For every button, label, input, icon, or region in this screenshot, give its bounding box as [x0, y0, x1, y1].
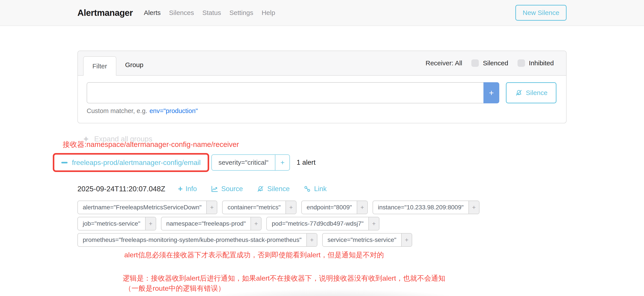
- new-silence-button[interactable]: New Silence: [515, 5, 566, 21]
- app-brand[interactable]: Alertmanager: [78, 8, 133, 18]
- nav-item-alerts[interactable]: Alerts: [144, 9, 161, 16]
- group-matcher-chip: severity="critical" +: [211, 154, 290, 171]
- receiver-group-button[interactable]: freeleaps-prod/alertmanager-config/email: [61, 158, 200, 167]
- label-tag[interactable]: prometheus="freeleaps-monitoring-system/…: [78, 233, 318, 247]
- annotation-logic-line2: （一般是route中的逻辑有错误）: [123, 283, 566, 293]
- silenced-filter[interactable]: Silenced: [471, 60, 508, 67]
- filter-panel-body: + Silence Custom matcher, e.g.env="produ…: [78, 76, 566, 123]
- matcher-input-group: +: [87, 82, 499, 103]
- label-add-button[interactable]: +: [368, 217, 379, 230]
- inhibited-label: Inhibited: [529, 60, 554, 67]
- annotation-logic-note: 逻辑是：接收器收到alert后进行通知，如果alert不在接收器下，说明接收器没…: [123, 273, 566, 293]
- add-matcher-button[interactable]: +: [484, 82, 499, 103]
- tab-filter[interactable]: Filter: [83, 56, 116, 76]
- nav-item-help[interactable]: Help: [262, 9, 275, 16]
- label-add-button[interactable]: +: [401, 234, 412, 246]
- silence-label: Silence: [267, 185, 290, 193]
- label-tag[interactable]: endpoint="8009"+: [301, 200, 368, 214]
- label-tag[interactable]: job="metrics-service"+: [78, 217, 156, 230]
- alert-count: 1 alert: [296, 158, 316, 166]
- source-label: Source: [221, 185, 243, 193]
- alert-timestamp: 2025-09-24T11:20:07.048Z: [78, 185, 165, 193]
- alert-link-link[interactable]: Link: [303, 185, 326, 193]
- label-add-button[interactable]: +: [206, 201, 217, 214]
- receiver-filter[interactable]: Receiver: All: [426, 60, 462, 67]
- alert-labels: alertname="FreeleapsMetricsServiceDown"+…: [78, 200, 566, 247]
- navbar: Alertmanager Alerts Silences Status Sett…: [0, 0, 644, 26]
- label-add-button[interactable]: +: [357, 201, 367, 214]
- bell-slash-icon: [256, 185, 264, 193]
- tab-group[interactable]: Group: [116, 56, 152, 75]
- label-tag[interactable]: container="metrics"+: [222, 200, 296, 214]
- annotation-logic-line: 逻辑是：接收器收到alert后进行通知，如果alert不在接收器下，说明接收器没…: [123, 273, 566, 283]
- nav-item-settings[interactable]: Settings: [230, 9, 253, 16]
- plus-icon: +: [489, 88, 494, 98]
- label-add-button[interactable]: +: [145, 217, 156, 230]
- plus-icon: +: [178, 185, 182, 193]
- bell-slash-icon: [515, 89, 523, 97]
- matcher-input[interactable]: [87, 82, 484, 103]
- main-content: Filter Group Receiver: All Silenced Inhi…: [78, 50, 566, 293]
- helper-example-link[interactable]: env="production": [150, 107, 198, 114]
- filter-tabs: Filter Group: [83, 51, 152, 75]
- alert-source-link[interactable]: Source: [210, 185, 243, 193]
- annotation-highlight-box: freeleaps-prod/alertmanager-config/email: [53, 153, 209, 172]
- silenced-checkbox[interactable]: [471, 60, 479, 67]
- label-add-button[interactable]: +: [306, 234, 317, 246]
- label-tag[interactable]: pod="metrics-77d9cdb497-wdsj7"+: [266, 217, 380, 230]
- chart-line-icon: [210, 185, 218, 193]
- info-label: Info: [186, 185, 197, 193]
- label-tag[interactable]: service="metrics-service"+: [322, 233, 412, 247]
- nav-item-status[interactable]: Status: [202, 9, 221, 16]
- silence-button[interactable]: Silence: [506, 82, 556, 103]
- inhibited-filter[interactable]: Inhibited: [518, 60, 554, 67]
- silence-button-label: Silence: [526, 89, 548, 96]
- link-icon: [303, 185, 311, 193]
- helper-text: Custom matcher, e.g.: [87, 107, 147, 114]
- silenced-label: Silenced: [483, 60, 508, 67]
- nav-item-silences[interactable]: Silences: [169, 9, 194, 16]
- receiver-group-name: freeleaps-prod/alertmanager-config/email: [72, 158, 200, 167]
- label-tag[interactable]: instance="10.233.98.209:8009"+: [372, 200, 480, 214]
- annotation-receiver-note: 接收器:namespace/altermanager-config-name/r…: [63, 140, 566, 150]
- alert-info-link[interactable]: + Info: [178, 185, 197, 193]
- alert-group-row: freeleaps-prod/alertmanager-config/email…: [53, 153, 566, 172]
- link-label: Link: [314, 185, 326, 193]
- label-add-button[interactable]: +: [286, 201, 296, 214]
- group-matcher-text: severity="critical": [212, 155, 275, 170]
- label-tag[interactable]: namespace="freeleaps-prod"+: [161, 217, 262, 230]
- group-matcher-add-button[interactable]: +: [275, 155, 290, 170]
- nav-links: Alerts Silences Status Settings Help: [144, 9, 275, 16]
- inhibited-checkbox[interactable]: [518, 60, 525, 67]
- annotation-config-note: alert信息必须在接收器下才表示配置成功，否则即使能看到alert，但是通知是…: [124, 250, 566, 260]
- label-tag[interactable]: alertname="FreeleapsMetricsServiceDown"+: [78, 200, 217, 214]
- alert-item: 2025-09-24T11:20:07.048Z + Info Source: [78, 185, 566, 247]
- filter-panel: Filter Group Receiver: All Silenced Inhi…: [78, 50, 566, 123]
- collapse-icon: [61, 162, 68, 164]
- alert-silence-link[interactable]: Silence: [256, 185, 290, 193]
- filter-panel-header: Filter Group Receiver: All Silenced Inhi…: [78, 51, 566, 76]
- matcher-helper: Custom matcher, e.g.env="production": [87, 107, 556, 114]
- label-add-button[interactable]: +: [250, 217, 261, 230]
- label-add-button[interactable]: +: [468, 201, 479, 214]
